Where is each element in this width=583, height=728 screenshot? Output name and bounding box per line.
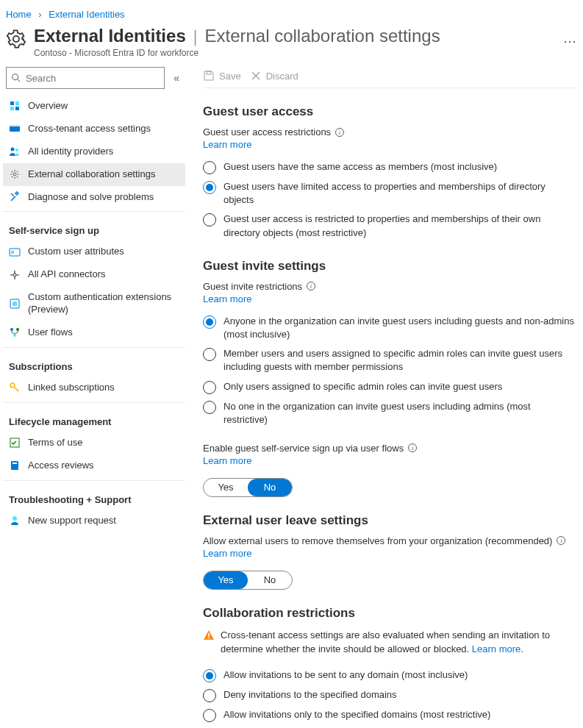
guest-invite-option-3[interactable]: No one in the organization can invite gu… <box>203 397 577 429</box>
svg-point-10 <box>13 173 16 176</box>
toggle-no[interactable]: No <box>248 571 292 589</box>
toggle-yes[interactable]: Yes <box>204 479 248 496</box>
svg-point-17 <box>16 328 19 331</box>
guest-access-learn-more-link[interactable]: Learn more <box>203 139 251 150</box>
radio-label: Allow invitations to be sent to any doma… <box>223 668 577 682</box>
sidebar-item-label: Custom authentication extensions (Previe… <box>28 291 179 316</box>
book-icon <box>9 460 21 471</box>
radio-icon <box>203 181 216 194</box>
sidebar-item-label: Cross-tenant access settings <box>28 123 151 135</box>
sidebar-item-external-collab[interactable]: External collaboration settings <box>3 163 185 186</box>
self-service-toggle[interactable]: Yes No <box>203 478 293 497</box>
collab-option-2[interactable]: Allow invitations only to the specified … <box>203 705 577 725</box>
page-subtitle: Contoso - Microsoft Entra ID for workfor… <box>34 48 548 58</box>
sidebar-item-support-request[interactable]: New support request <box>3 510 185 532</box>
sidebar: « Overview Cross-tenant access settings … <box>0 61 188 728</box>
guest-invite-option-1[interactable]: Member users and users assigned to speci… <box>203 344 577 377</box>
wrench-icon <box>9 191 21 203</box>
self-service-signup-label: Enable guest self-service sign up via us… <box>203 443 577 454</box>
save-button[interactable]: Save <box>203 70 241 82</box>
svg-rect-4 <box>10 107 14 110</box>
sidebar-section-subs: Subscriptions <box>3 347 185 377</box>
radio-label: Guest user access is restricted to prope… <box>223 213 577 239</box>
page-title-bold: External Identities <box>34 26 186 46</box>
guest-invite-restrictions-label: Guest invite restrictions i <box>203 281 577 292</box>
sidebar-item-api-connectors[interactable]: All API connectors <box>3 263 185 286</box>
sidebar-item-linked-subs[interactable]: Linked subscriptions <box>3 377 185 399</box>
radio-icon <box>203 669 216 682</box>
sidebar-item-custom-attrs[interactable]: Custom user attributes <box>3 240 185 263</box>
more-icon[interactable]: ⋯ <box>563 26 577 49</box>
save-icon <box>203 70 215 82</box>
radio-icon <box>203 401 216 414</box>
sidebar-item-label: All identity providers <box>28 146 113 158</box>
radio-label: Only users assigned to specific admin ro… <box>223 380 577 393</box>
guest-invite-learn-more-link[interactable]: Learn more <box>203 293 251 304</box>
sidebar-item-custom-auth-ext[interactable]: Custom authentication extensions (Previe… <box>3 286 185 321</box>
svg-rect-2 <box>10 101 14 105</box>
sidebar-item-access-reviews[interactable]: Access reviews <box>3 454 185 477</box>
chevron-right-icon: › <box>38 9 41 20</box>
sidebar-section-support: Troubleshooting + Support <box>3 480 185 510</box>
page-title-rest: External collaboration settings <box>204 26 440 46</box>
guest-access-title: Guest user access <box>203 104 577 119</box>
guest-access-option-1[interactable]: Guest users have limited access to prope… <box>203 177 577 210</box>
svg-rect-22 <box>12 463 17 464</box>
people-icon <box>9 146 21 157</box>
radio-label: Member users and users assigned to speci… <box>223 347 577 374</box>
info-icon[interactable]: i <box>307 282 315 290</box>
radio-label: Anyone in the organization can invite gu… <box>223 315 577 341</box>
page-header: External Identities | External collabora… <box>0 26 583 61</box>
guest-invite-option-0[interactable]: Anyone in the organization can invite gu… <box>203 312 577 344</box>
sidebar-item-label: Diagnose and solve problems <box>28 191 154 204</box>
info-icon[interactable]: i <box>557 536 565 545</box>
info-icon[interactable]: i <box>408 443 417 452</box>
toggle-yes[interactable]: Yes <box>204 571 248 589</box>
sidebar-item-user-flows[interactable]: User flows <box>3 321 185 344</box>
extension-icon <box>9 298 21 310</box>
discard-button[interactable]: Discard <box>250 70 298 82</box>
info-icon[interactable]: i <box>335 128 344 137</box>
collapse-sidebar-button[interactable]: « <box>171 69 182 87</box>
support-icon <box>9 515 21 527</box>
save-label: Save <box>219 71 241 82</box>
discard-icon <box>250 70 262 82</box>
breadcrumb-external[interactable]: External Identities <box>49 9 124 20</box>
flow-icon <box>9 326 21 338</box>
guest-invite-option-2[interactable]: Only users assigned to specific admin ro… <box>203 377 577 397</box>
sidebar-item-terms[interactable]: Terms of use <box>3 432 185 454</box>
svg-rect-26 <box>208 638 210 639</box>
radio-icon <box>203 689 216 702</box>
collab-option-0[interactable]: Allow invitations to be sent to any doma… <box>203 665 577 685</box>
radio-label: Guest users have the same access as memb… <box>223 160 577 174</box>
collab-warning-learn-more-link[interactable]: Learn more <box>472 643 521 654</box>
guest-access-restrictions-label: Guest user access restrictions i <box>203 126 577 138</box>
leave-learn-more-link[interactable]: Learn more <box>203 548 251 559</box>
sidebar-item-all-providers[interactable]: All identity providers <box>3 140 185 163</box>
overview-icon <box>9 100 21 112</box>
toggle-no[interactable]: No <box>248 479 292 496</box>
search-input-wrapper[interactable] <box>6 67 165 89</box>
radio-label: Guest users have limited access to prope… <box>223 180 577 207</box>
self-service-learn-more-link[interactable]: Learn more <box>203 455 251 466</box>
sidebar-item-cross-tenant[interactable]: Cross-tenant access settings <box>3 118 185 140</box>
guest-access-option-0[interactable]: Guest users have the same access as memb… <box>203 157 577 177</box>
guest-access-option-2[interactable]: Guest user access is restricted to prope… <box>203 210 577 242</box>
radio-label: Deny invitations to the specified domain… <box>223 688 577 702</box>
svg-point-8 <box>11 148 15 151</box>
sidebar-item-diagnose[interactable]: Diagnose and solve problems <box>3 186 185 209</box>
collab-option-1[interactable]: Deny invitations to the specified domain… <box>203 685 577 705</box>
breadcrumb-home[interactable]: Home <box>6 9 32 20</box>
screen-icon <box>9 123 21 135</box>
sidebar-item-label: Linked subscriptions <box>28 382 115 394</box>
radio-icon <box>203 709 216 722</box>
leave-toggle[interactable]: Yes No <box>203 571 293 590</box>
search-input[interactable] <box>21 73 160 84</box>
checklist-icon <box>9 437 21 449</box>
svg-rect-24 <box>207 71 211 74</box>
svg-rect-12 <box>11 251 14 254</box>
radio-icon <box>203 381 216 394</box>
connectors-icon <box>9 269 21 281</box>
sidebar-item-overview[interactable]: Overview <box>3 95 185 118</box>
svg-point-16 <box>10 328 13 331</box>
